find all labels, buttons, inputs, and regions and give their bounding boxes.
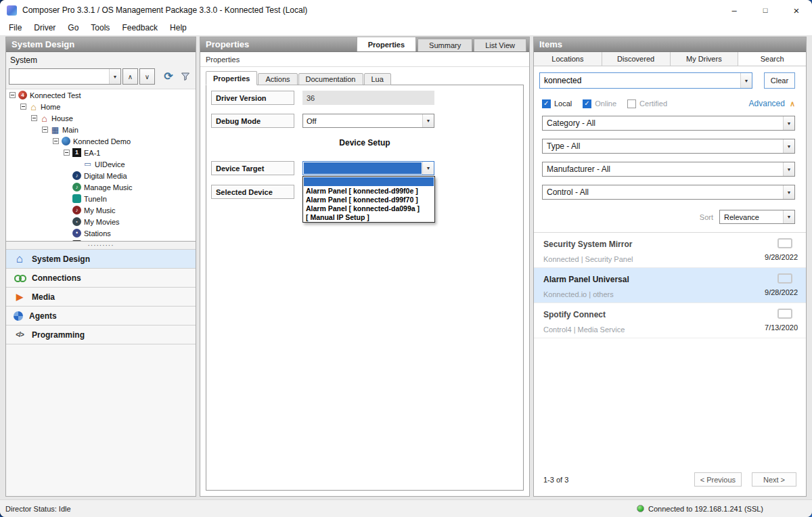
tab-actions[interactable]: Actions — [258, 73, 297, 85]
tree-item-label: Main — [62, 126, 78, 134]
category-filter-select[interactable]: Category - All — [542, 116, 795, 131]
dropdown-option[interactable]: Alarm Panel [ konnected-d99f70 ] — [304, 195, 434, 204]
tree-item-konnected-demo[interactable]: Konnected Demo — [6, 135, 196, 147]
tree-item-my-music[interactable]: My Music — [6, 204, 196, 216]
filter-button[interactable] — [177, 68, 193, 85]
properties-header: Properties Properties Summary List View — [200, 37, 529, 52]
online-label: Online — [595, 99, 616, 108]
tab-documentation[interactable]: Documentation — [298, 73, 363, 85]
menu-tools[interactable]: Tools — [85, 22, 116, 34]
find-next-button[interactable]: ∨ — [139, 68, 155, 85]
tree-item-home[interactable]: Home — [6, 101, 196, 112]
tab-summary[interactable]: Summary — [418, 39, 472, 51]
chevron-down-icon[interactable] — [422, 162, 434, 175]
menu-go[interactable]: Go — [62, 22, 85, 34]
dropdown-option-empty[interactable] — [304, 177, 434, 186]
tab-discovered[interactable]: Discovered — [602, 52, 671, 66]
device-target-dropdown: Alarm Panel [ konnected-d99f0e ] Alarm P… — [302, 176, 435, 223]
system-search-combo[interactable] — [9, 68, 121, 85]
menu-help[interactable]: Help — [164, 22, 193, 34]
panel-splitter[interactable] — [6, 241, 196, 249]
tree-item-tunein[interactable]: TuneIn — [6, 193, 196, 204]
tab-search[interactable]: Search — [738, 52, 806, 66]
nav-media[interactable]: Media — [6, 287, 196, 306]
titlebar: Composer Pro 3.3.1 / OS Management Packa… — [0, 0, 812, 20]
tree-item-main[interactable]: Main — [6, 124, 196, 135]
tree-item-stations[interactable]: Stations — [6, 227, 196, 239]
window-controls: – □ × — [719, 0, 812, 20]
tree-item-ea1[interactable]: EA-1 — [6, 147, 196, 158]
tab-properties[interactable]: Properties — [357, 37, 416, 51]
menu-feedback[interactable]: Feedback — [116, 22, 164, 34]
debug-mode-label: Debug Mode — [211, 114, 294, 128]
nav-agents[interactable]: Agents — [6, 306, 196, 325]
online-checkbox[interactable] — [583, 99, 591, 108]
tree-item-uidevice[interactable]: UIDevice — [6, 158, 196, 170]
properties-body: Properties Actions Documentation Lua Dri… — [200, 67, 529, 496]
device-setup-heading: Device Setup — [206, 138, 523, 148]
local-checkbox[interactable] — [542, 99, 551, 108]
refresh-button[interactable]: ⟳ — [160, 68, 176, 85]
close-button[interactable]: × — [781, 0, 812, 20]
result-range: 1-3 of 3 — [543, 476, 568, 484]
collapse-icon[interactable] — [31, 115, 37, 121]
dropdown-option[interactable]: Alarm Panel [ konnected-d99f0e ] — [304, 186, 434, 195]
chevron-down-icon[interactable] — [422, 114, 434, 127]
chevron-down-icon[interactable] — [783, 185, 794, 199]
sort-select[interactable]: Relevance — [719, 210, 795, 224]
tree-item-digital-media[interactable]: Digital Media — [6, 170, 196, 181]
digital-media-icon — [72, 171, 81, 180]
result-spotify-connect[interactable]: Spotify Connect Control4 | Media Service… — [534, 303, 806, 338]
chevron-down-icon[interactable] — [740, 73, 752, 88]
nav-connections[interactable]: Connections — [6, 268, 196, 287]
nav-system-design[interactable]: System Design — [6, 249, 196, 268]
tree-item-manage-music[interactable]: Manage Music — [6, 181, 196, 193]
connections-icon — [14, 273, 26, 284]
dropdown-option[interactable]: Alarm Panel [ konnected-da099a ] — [304, 204, 434, 212]
tab-locations[interactable]: Locations — [534, 52, 602, 66]
chevron-down-icon[interactable] — [783, 162, 794, 176]
menu-file[interactable]: File — [3, 22, 28, 34]
chevron-down-icon[interactable] — [783, 210, 794, 223]
find-previous-button[interactable]: ∧ — [122, 68, 138, 85]
minimize-button[interactable]: – — [719, 0, 750, 20]
manufacturer-filter-select[interactable]: Manufacturer - All — [542, 162, 795, 177]
debug-mode-select[interactable]: Off — [302, 114, 434, 128]
driver-search-input[interactable] — [540, 73, 740, 88]
device-target-select[interactable] — [302, 161, 434, 175]
driver-version-label: Driver Version — [211, 91, 294, 105]
tree-item-my-movies[interactable]: My Movies — [6, 216, 196, 227]
clear-button[interactable]: Clear — [764, 72, 795, 89]
tab-my-drivers[interactable]: My Drivers — [671, 52, 739, 66]
menu-driver[interactable]: Driver — [28, 22, 62, 34]
nav-programming[interactable]: Programming — [6, 325, 196, 344]
control-filter-select[interactable]: Control - All — [542, 185, 795, 200]
collapse-icon[interactable] — [42, 127, 48, 133]
dropdown-option[interactable]: [ Manual IP Setup ] — [304, 212, 434, 221]
collapse-icon[interactable] — [20, 104, 26, 110]
collapse-icon[interactable] — [64, 150, 70, 156]
next-button[interactable]: Next > — [752, 472, 796, 487]
driver-search-combo[interactable] — [539, 72, 752, 89]
system-design-panel: System Design System ∧ ∨ ⟳ — [5, 37, 196, 497]
advanced-toggle[interactable]: Advanced ∧ — [749, 99, 795, 108]
result-security-system-mirror[interactable]: Security System Mirror Konnected | Secur… — [534, 233, 806, 268]
result-meta: Konnected.io | others — [543, 290, 756, 298]
certified-label: Certified — [639, 99, 667, 108]
system-search-input[interactable] — [9, 69, 109, 84]
chevron-down-icon[interactable] — [109, 69, 120, 84]
type-filter-select[interactable]: Type - All — [542, 139, 795, 154]
chevron-down-icon[interactable] — [783, 116, 794, 130]
tree-item-house[interactable]: House — [6, 112, 196, 124]
result-alarm-panel-universal[interactable]: Alarm Panel Universal Konnected.io | oth… — [534, 268, 806, 303]
collapse-icon[interactable] — [53, 138, 59, 144]
maximize-button[interactable]: □ — [750, 0, 781, 20]
chevron-down-icon[interactable] — [783, 139, 794, 153]
previous-button[interactable]: < Previous — [694, 472, 742, 487]
tab-driver-properties[interactable]: Properties — [206, 71, 257, 85]
tree-item-konnected-test[interactable]: Konnected Test — [6, 89, 196, 101]
certified-checkbox[interactable] — [627, 99, 636, 108]
tab-list-view[interactable]: List View — [474, 39, 526, 51]
collapse-icon[interactable] — [9, 92, 16, 98]
tab-lua[interactable]: Lua — [364, 73, 391, 85]
